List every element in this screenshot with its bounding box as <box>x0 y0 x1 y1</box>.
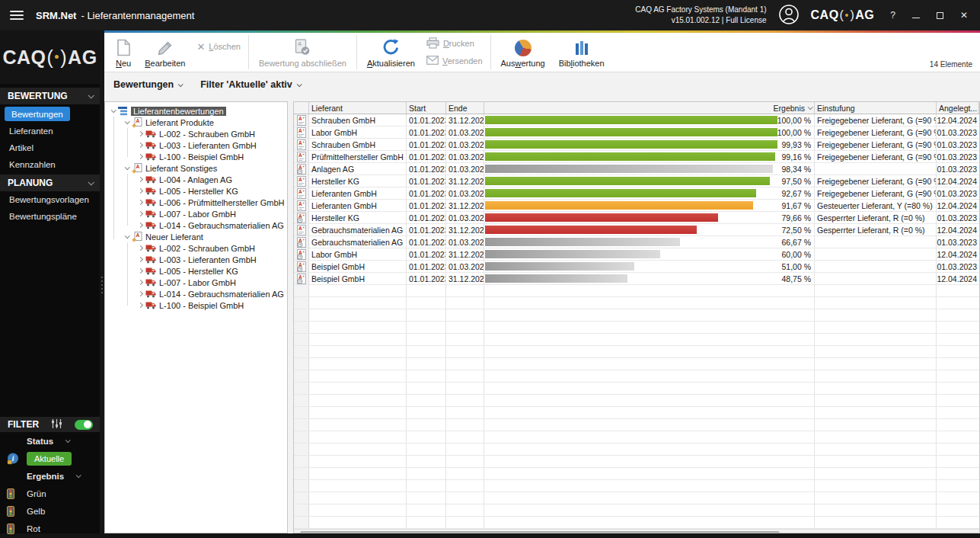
chevron-collapsed-icon[interactable] <box>138 177 143 182</box>
cell-ende <box>446 322 484 333</box>
tree-item-l-100-beispiel-gmbh[interactable]: L-100 - Beispiel GmbH <box>105 151 287 162</box>
chevron-collapsed-icon[interactable] <box>138 131 143 136</box>
tree-group-lieferant-sonstiges[interactable]: ALieferant Sonstiges <box>105 162 287 174</box>
libraries-button[interactable]: Bibliotheken <box>552 33 611 72</box>
column-header-einstufung[interactable]: Einstufung <box>815 102 937 114</box>
filter-toggle[interactable] <box>75 420 93 430</box>
sidebar-item-bewertungsvorlagen[interactable]: Bewertungsvorlagen <box>0 191 100 208</box>
table-row[interactable]: A+Gebrauchsmaterialien AG01.01.202301.03… <box>294 236 979 248</box>
chevron-collapsed-icon[interactable] <box>138 291 143 296</box>
tree-item-l-007-labor-gmbh[interactable]: L-007 - Labor GmbH <box>105 277 287 288</box>
column-header-ende[interactable]: Ende <box>446 102 484 114</box>
sidebar-item-bewertungen[interactable]: Bewertungen <box>5 107 70 121</box>
breadcrumb-bewertungen[interactable]: Bewertungen <box>113 79 182 90</box>
caq-logo: CAQ()AG <box>811 8 875 22</box>
sidebar-section-header-planung[interactable]: PLANUNG <box>0 175 100 191</box>
table-row[interactable]: A+Beispiel GmbH01.01.202331.12.202348,75… <box>294 273 979 285</box>
chevron-collapsed-icon[interactable] <box>138 303 143 308</box>
filter-header[interactable]: FILTER <box>0 417 100 432</box>
table-row[interactable]: A+Hersteller KG01.01.202301.03.202379,66… <box>294 212 979 224</box>
delete-button-label: Löschen <box>209 42 241 51</box>
tree-item-l-006-prüfmittelhersteller-gmbh[interactable]: L-006 - Prüfmittelhersteller GmbH <box>105 197 287 208</box>
filter-option-gelb[interactable]: Gelb <box>0 502 100 520</box>
tree-item-l-014-gebrauchsmaterialien-ag[interactable]: L-014 - Gebrauchsmaterialien AG <box>105 288 287 299</box>
sidebar-item-kennzahlen[interactable]: Kennzahlen <box>0 156 100 173</box>
column-header-icon[interactable] <box>294 102 309 114</box>
sidebar-item-artikel[interactable]: Artikel <box>0 139 100 156</box>
print-button[interactable]: Drucken <box>422 36 487 51</box>
table-row[interactable]: A+Lieferanten GmbH01.01.202301.03.202392… <box>294 187 979 200</box>
minimize-button[interactable] <box>912 18 920 18</box>
column-header-start[interactable]: Start <box>407 102 446 114</box>
chevron-collapsed-icon[interactable] <box>138 200 143 205</box>
table-row[interactable]: A+Labor GmbH01.01.202301.03.2023100,00 %… <box>294 126 979 139</box>
tree-item-l-005-hersteller-kg[interactable]: L-005 - Hersteller KG <box>105 265 287 277</box>
tree-item-l-002-schrauben-gmbh[interactable]: L-002 - Schrauben GmbH <box>105 242 287 254</box>
send-button[interactable]: Versenden <box>422 53 487 69</box>
table-row[interactable]: A+Anlagen AG01.01.202301.03.202398,34 %0… <box>294 163 979 175</box>
tree-group-lieferant-produkte[interactable]: ALieferant Produkte <box>105 117 287 128</box>
filter-option-grün[interactable]: Grün <box>0 485 100 502</box>
chevron-collapsed-icon[interactable] <box>138 188 143 194</box>
table-row[interactable]: A+Schrauben GmbH01.01.202301.03.202399,9… <box>294 139 979 151</box>
chevron-collapsed-icon[interactable] <box>138 223 143 228</box>
filter-group-status[interactable]: Status <box>0 432 100 450</box>
cell-lieferant <box>309 285 407 296</box>
chevron-expanded-icon[interactable] <box>125 119 130 124</box>
table-row[interactable]: A+Gebrauchsmaterialien AG01.01.202331.12… <box>294 224 979 236</box>
table-row[interactable]: A+Prüfmittelhersteller GmbH01.01.202301.… <box>294 151 979 163</box>
close-button[interactable]: ✕ <box>960 11 968 20</box>
chevron-collapsed-icon[interactable] <box>138 154 143 159</box>
table-row[interactable]: A+Lieferanten GmbH01.01.202331.12.202391… <box>294 200 979 212</box>
table-row[interactable]: A+Labor GmbH01.01.202331.12.202360,00 %1… <box>294 248 979 261</box>
table-row[interactable]: A+Beispiel GmbH01.01.202301.03.202351,00… <box>294 261 979 273</box>
cell-einstufung: Freigegebener Lieferant, G (=90 %) <box>815 114 937 126</box>
tree-item-l-004-anlagen-ag[interactable]: L-004 - Anlagen AG <box>105 174 287 185</box>
tree-item-l-100-beispiel-gmbh[interactable]: L-100 - Beispiel GmbH <box>105 299 287 311</box>
tree-root[interactable]: Lieferantenbewertungen <box>105 105 287 117</box>
chevron-collapsed-icon[interactable] <box>138 280 143 285</box>
analysis-button[interactable]: Auswertung <box>494 33 552 72</box>
chevron-collapsed-icon[interactable] <box>138 143 143 148</box>
maximize-button[interactable] <box>937 12 943 19</box>
help-button[interactable]: ? <box>890 11 895 20</box>
chevron-collapsed-icon[interactable] <box>138 257 143 262</box>
filter-group-ergebnis[interactable]: Ergebnis <box>0 467 100 485</box>
evaluation-pending-icon: A+ <box>297 164 306 175</box>
tree-item-l-014-gebrauchsmaterialien-ag[interactable]: L-014 - Gebrauchsmaterialien AG <box>105 219 287 231</box>
chevron-expanded-icon[interactable] <box>111 107 117 113</box>
tree-item-l-003-lieferanten-gmbh[interactable]: L-003 - Lieferanten GmbH <box>105 139 287 151</box>
chevron-collapsed-icon[interactable] <box>138 211 143 216</box>
chevron-expanded-icon[interactable] <box>125 165 130 170</box>
edit-button[interactable]: Bearbeiten <box>138 33 192 72</box>
tree-group-neuer-lieferant[interactable]: ANeuer Lieferant <box>105 231 287 242</box>
refresh-button[interactable]: Aktualisieren <box>360 33 422 72</box>
new-button[interactable]: Neu <box>109 33 138 72</box>
cell-start <box>407 334 446 345</box>
sidebar-splitter[interactable] <box>100 30 104 533</box>
breadcrumb-filter-active[interactable]: Filter 'Aktuelle' aktiv <box>200 79 301 90</box>
chevron-expanded-icon[interactable] <box>125 233 130 239</box>
filter-chip-aktuelle[interactable]: Aktuelle <box>27 452 72 466</box>
tree-item-l-003-lieferanten-gmbh[interactable]: L-003 - Lieferanten GmbH <box>105 254 287 265</box>
table-row[interactable]: A+Hersteller KG01.01.202331.12.202397,50… <box>294 175 979 187</box>
sidebar-item-lieferanten[interactable]: Lieferanten <box>0 123 100 139</box>
table-row[interactable]: A+Schrauben GmbH01.01.202331.12.2023100,… <box>294 114 979 126</box>
delete-button[interactable]: ✕ Löschen <box>192 39 245 54</box>
column-header-angelegt[interactable]: Angelegt... <box>937 102 979 114</box>
finish-evaluation-button[interactable]: A Bewertung abschließen <box>252 33 353 72</box>
chevron-collapsed-icon[interactable] <box>138 245 143 251</box>
company-line1: CAQ AG Factory Systems (Mandant 1) <box>635 5 766 15</box>
cell-angelegt: 01.03.2023 <box>937 236 979 248</box>
column-header-ergebnis[interactable]: Ergebnis <box>484 102 815 114</box>
chevron-collapsed-icon[interactable] <box>138 268 143 274</box>
tree-item-l-002-schrauben-gmbh[interactable]: L-002 - Schrauben GmbH <box>105 128 287 139</box>
sidebar-item-bewertungspläne[interactable]: Bewertungspläne <box>0 208 100 225</box>
tree-item-l-007-labor-gmbh[interactable]: L-007 - Labor GmbH <box>105 208 287 219</box>
hamburger-menu-icon[interactable] <box>10 11 24 20</box>
tree-item-l-005-hersteller-kg[interactable]: L-005 - Hersteller KG <box>105 185 287 197</box>
sidebar-section-header-bewertung[interactable]: BEWERTUNG <box>0 88 100 104</box>
column-header-lieferant[interactable]: Lieferant <box>309 102 407 114</box>
filter-option-rot[interactable]: Rot <box>0 520 100 537</box>
user-avatar-icon[interactable] <box>778 4 800 27</box>
